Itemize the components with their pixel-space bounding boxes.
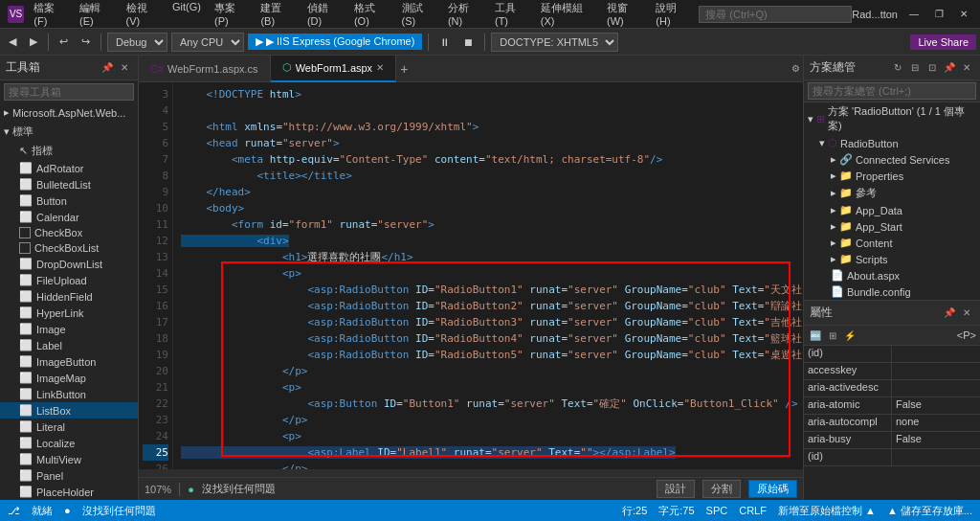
toolbar-undo[interactable]: ↩ (55, 33, 73, 51)
toolbox-item-bulletedlist[interactable]: ⬜BulletedList (0, 176, 138, 193)
cs-file-icon: C# (150, 63, 164, 75)
menu-window[interactable]: 視窗(W) (601, 0, 648, 29)
toolbox-item-localize[interactable]: ⬜Localize (0, 435, 138, 451)
toolbox-pin-icon[interactable]: 📌 (100, 60, 115, 76)
toolbox-item-checkbox[interactable]: CheckBox (0, 225, 138, 240)
props-pin-icon[interactable]: 📌 (942, 306, 957, 321)
toolbox-standard-section[interactable]: ▾ 標準 (0, 122, 138, 142)
toolbox-close-icon[interactable]: ✕ (117, 60, 132, 76)
menu-git[interactable]: Git(G) (167, 0, 207, 29)
tab-webform1-cs[interactable]: C# WebForm1.aspx.cs (139, 56, 271, 82)
menu-help[interactable]: 說明(H) (650, 0, 695, 29)
sol-close-icon[interactable]: ✕ (959, 60, 974, 76)
props-ariaatomic-value[interactable]: False (892, 397, 980, 414)
doctype-dropdown[interactable]: DOCTYPE: XHTML5 (491, 33, 618, 52)
solution-refs[interactable]: ▸ 📁 參考 (804, 184, 980, 202)
menu-analyze[interactable]: 分析(N) (442, 0, 487, 29)
toolbar-pause[interactable]: ⏸ (434, 34, 455, 51)
toolbox-item-imagebutton[interactable]: ⬜ImageButton (0, 353, 138, 370)
design-tab[interactable]: 設計 (657, 480, 695, 498)
toolbox-item-listbox[interactable]: ⬜ListBox (0, 402, 138, 419)
props-id-value[interactable] (892, 346, 980, 362)
toolbox-item-hiddenfield[interactable]: ⬜HiddenField (0, 288, 138, 305)
zoom-level[interactable]: 107% (145, 484, 171, 495)
props-close-icon[interactable]: ✕ (959, 306, 974, 321)
menu-edit[interactable]: 編輯(E) (74, 0, 118, 29)
props-accesskey-value[interactable] (892, 363, 980, 379)
sol-filter-icon[interactable]: ⊟ (907, 60, 923, 76)
toolbox-search-input[interactable] (4, 83, 134, 101)
solution-root[interactable]: ▾ ⊞ 方案 'RadioButton' (1 / 1 個專案) (804, 102, 980, 135)
toolbox-item-panel[interactable]: ⬜Panel (0, 467, 138, 484)
toolbox-item-adrotator[interactable]: ⬜AdRotator (0, 160, 138, 176)
solution-about[interactable]: 📄 About.aspx (804, 267, 980, 283)
solution-content[interactable]: ▸ 📁 Content (804, 235, 980, 251)
props-events-icon[interactable]: ⚡ (842, 328, 858, 343)
toolbox-item-linkbutton[interactable]: ⬜LinkButton (0, 386, 138, 402)
maximize-button[interactable]: ❐ (930, 6, 947, 23)
add-to-source-control[interactable]: 新增至原始檔控制 ▲ (778, 504, 876, 518)
toolbox-item-dropdownlist[interactable]: ⬜DropDownList (0, 256, 138, 272)
toolbox-item-imagemap[interactable]: ⬜ImageMap (0, 370, 138, 386)
refs-icon: 📁 (839, 187, 853, 199)
sol-sync-icon[interactable]: ↻ (890, 60, 905, 76)
solution-app-start[interactable]: ▸ 📁 App_Start (804, 218, 980, 235)
menu-view[interactable]: 檢視(V) (121, 0, 165, 29)
minimize-button[interactable]: — (905, 6, 923, 23)
code-editor[interactable]: <!DOCTYPE html> <html xmlns="http://www.… (173, 82, 803, 469)
toolbar-redo[interactable]: ↪ (77, 33, 95, 51)
debug-config-dropdown[interactable]: Debug (107, 33, 167, 52)
horizontal-scrollbar[interactable] (139, 469, 803, 477)
solution-project[interactable]: ▾ ⬡ RadioButton (804, 135, 980, 151)
menu-file[interactable]: 檔案(F) (28, 0, 72, 29)
toolbar-back[interactable]: ◀ (4, 33, 21, 51)
menu-debug[interactable]: 偵錯(D) (301, 0, 346, 29)
tab-close-icon[interactable]: ✕ (376, 62, 384, 73)
split-tab[interactable]: 分割 (702, 480, 741, 498)
toolbox-item-pointer[interactable]: ↖指標 (0, 142, 138, 160)
sol-pin-icon[interactable]: 📌 (942, 60, 957, 76)
props-sort-cat-icon[interactable]: ⊞ (825, 328, 840, 343)
save-to-repo[interactable]: ▲ 儲存至存放庫... (887, 504, 972, 518)
toolbox-item-button[interactable]: ⬜Button (0, 193, 138, 209)
cpu-dropdown[interactable]: Any CPU (171, 33, 244, 52)
toolbox-item-label[interactable]: ⬜Label (0, 337, 138, 353)
toolbar-stop[interactable]: ⏹ (458, 34, 479, 51)
toolbox-item-hyperlink[interactable]: ⬜HyperLink (0, 305, 138, 321)
toolbar-forward[interactable]: ▶ (25, 33, 42, 51)
editor-settings-icon[interactable]: ⚙ (788, 61, 803, 77)
live-share-button[interactable]: Live Share (910, 34, 976, 50)
search-input[interactable] (699, 6, 852, 23)
toolbox-item-multiview[interactable]: ⬜MultiView (0, 451, 138, 467)
solution-bundle[interactable]: 📄 Bundle.config (804, 283, 980, 300)
toolbox-item-checkboxlist[interactable]: CheckBoxList (0, 240, 138, 256)
close-button[interactable]: ✕ (955, 6, 972, 23)
source-tab[interactable]: 原始碼 (748, 480, 797, 498)
props-ariaauto-value[interactable]: none (892, 415, 980, 431)
toolbox-item-placeholder[interactable]: ⬜PlaceHolder (0, 484, 138, 500)
toolbox-item-image[interactable]: ⬜Image (0, 321, 138, 337)
menu-build[interactable]: 建置(B) (255, 0, 299, 29)
menu-tools[interactable]: 工具(T) (489, 0, 533, 29)
run-button[interactable]: ▶ ▶ IIS Express (Google Chrome) (248, 34, 422, 50)
menu-extensions[interactable]: 延伸模組(X) (535, 0, 599, 29)
props-sort-alpha-icon[interactable]: 🔤 (808, 328, 823, 343)
solution-connected-services[interactable]: ▸ 🔗 Connected Services (804, 151, 980, 168)
props-ariaactive-value[interactable] (892, 380, 980, 396)
solution-search-input[interactable] (808, 82, 976, 100)
sol-collapse-icon[interactable]: ⊡ (924, 60, 940, 76)
add-tab-button[interactable]: + (400, 61, 408, 77)
menu-format[interactable]: 格式(O) (348, 0, 394, 29)
toolbox-item-fileupload[interactable]: ⬜FileUpload (0, 272, 138, 288)
tab-webform1-aspx[interactable]: ⬡ WebForm1.aspx ✕ (271, 56, 397, 82)
props-id2-value[interactable] (892, 449, 980, 465)
props-ariabusy-value[interactable]: False (892, 432, 980, 448)
toolbox-item-literal[interactable]: ⬜Literal (0, 419, 138, 435)
toolbox-item-calendar[interactable]: ⬜Calendar (0, 209, 138, 225)
menu-test[interactable]: 測試(S) (396, 0, 440, 29)
toolbox-aspnet-section[interactable]: ▸ Microsoft.AspNet.Web... (0, 103, 138, 122)
menu-project[interactable]: 專案(P) (209, 0, 253, 29)
solution-app-data[interactable]: ▸ 📁 App_Data (804, 202, 980, 218)
solution-properties[interactable]: ▸ 📁 Properties (804, 168, 980, 184)
solution-scripts[interactable]: ▸ 📁 Scripts (804, 251, 980, 267)
